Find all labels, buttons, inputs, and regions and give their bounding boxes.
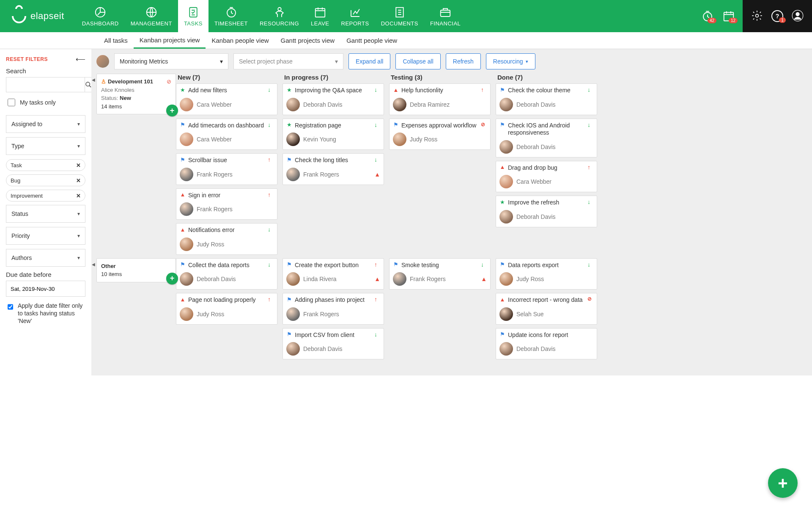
- filter-assigned[interactable]: Assigned to▾: [6, 115, 85, 133]
- collapse-sidebar-icon[interactable]: ⟵: [76, 55, 85, 63]
- filter-type[interactable]: Type▾: [6, 137, 85, 155]
- task-card[interactable]: ⚑Add timecards on dashboard↓Cara Webber: [176, 119, 277, 150]
- due-date-input[interactable]: [6, 281, 85, 297]
- task-card[interactable]: ▲Incorrect report - wrong data⊘Selah Sue: [496, 293, 597, 325]
- nav-leave[interactable]: LEAVE: [305, 0, 335, 32]
- task-card[interactable]: ⚑Create the export button↑Linda Rivera▲: [283, 258, 384, 290]
- chip-remove-icon[interactable]: ✕: [76, 162, 81, 168]
- nav-dashboard[interactable]: DASHBOARD: [76, 0, 125, 32]
- task-icon: ⚑: [499, 122, 505, 128]
- task-icon: ⚑: [393, 122, 399, 128]
- subnav-item[interactable]: Gantt projects view: [275, 32, 341, 49]
- filter-status[interactable]: Status▾: [6, 205, 85, 223]
- chip-remove-icon[interactable]: ✕: [76, 177, 81, 184]
- assignee-avatar: [180, 202, 193, 216]
- task-icon: ⚑: [286, 262, 292, 268]
- assignee-avatar: [180, 98, 193, 111]
- add-task-button[interactable]: +: [166, 273, 178, 284]
- my-tasks-checkbox[interactable]: [8, 99, 15, 106]
- nav-resourcing[interactable]: RESOURCING: [254, 0, 305, 32]
- filter-priority[interactable]: Priority▾: [6, 227, 85, 245]
- card-title: Check IOS and Android responsiveness: [508, 122, 585, 137]
- assignee-name: Frank Rogers: [303, 171, 339, 178]
- task-card[interactable]: ★Add new filters↓Cara Webber: [176, 83, 277, 115]
- task-card[interactable]: ⚑Check the colour theme↓Deborah Davis: [496, 83, 597, 115]
- search-input[interactable]: [6, 77, 85, 92]
- task-card[interactable]: ⚑Scrollbar issue↑Frank Rogers: [176, 153, 277, 185]
- apply-due-filter[interactable]: Apply due date filter only to tasks havi…: [6, 302, 85, 325]
- fold-icon[interactable]: ◀: [92, 261, 95, 268]
- caret-icon: ▾: [77, 255, 80, 261]
- subnav-item[interactable]: All tasks: [98, 32, 134, 49]
- nav-reports[interactable]: REPORTS: [335, 0, 375, 32]
- task-card[interactable]: ⚑Expenses approval workflow⊘Judy Ross: [389, 119, 491, 150]
- resourcing-button[interactable]: Resourcing: [486, 53, 535, 69]
- column-header: Done (7): [496, 74, 597, 83]
- caret-icon: ▾: [77, 233, 80, 239]
- caret-icon: ▾: [77, 121, 80, 127]
- card-title: Help functionlity: [401, 87, 478, 94]
- task-card[interactable]: ⚑Collect the data reports↓Deborah Davis: [176, 258, 277, 290]
- task-card[interactable]: ⚑Check the long titles↓Frank Rogers▲: [283, 153, 384, 185]
- subnav-item[interactable]: Kanban projects view: [134, 32, 206, 49]
- chip-remove-icon[interactable]: ✕: [76, 193, 81, 199]
- nav-timesheet[interactable]: TIMESHEET: [208, 0, 254, 32]
- profile-button[interactable]: [792, 10, 804, 23]
- task-card[interactable]: ▲Drag and drop bug↑Cara Webber: [496, 161, 597, 193]
- add-task-button[interactable]: +: [166, 105, 178, 116]
- group-card[interactable]: ◀♙Development 101⊘Alice KnnolesStatus: N…: [96, 74, 176, 114]
- nav-tasks[interactable]: TASKS: [178, 0, 208, 32]
- filter-authors[interactable]: Authors▾: [6, 249, 85, 267]
- filter-chip[interactable]: Improvement✕: [6, 190, 85, 202]
- kanban-column: Testing (3)▲Help functionlity↑Debra Rami…: [389, 74, 491, 258]
- caret-icon: ▾: [77, 143, 80, 149]
- fold-icon[interactable]: ◀: [92, 77, 95, 83]
- reset-filters[interactable]: RESET FILTERS: [6, 56, 48, 62]
- task-card[interactable]: ⚑Import CSV from client↓Deborah Davis: [283, 328, 384, 360]
- group-card[interactable]: ◀Other10 items+: [96, 258, 176, 282]
- collapse-all-button[interactable]: Collapse all: [395, 53, 440, 69]
- filter-chip[interactable]: Bug✕: [6, 174, 85, 186]
- my-tasks-only[interactable]: My tasks only: [6, 97, 85, 108]
- settings-button[interactable]: [751, 10, 763, 23]
- nav-alert-calendar[interactable]: 12: [722, 10, 735, 22]
- assignee-name: Frank Rogers: [303, 311, 339, 318]
- apply-due-checkbox[interactable]: [8, 303, 13, 311]
- task-card[interactable]: ⚑Update icons for reportDeborah Davis: [496, 328, 597, 360]
- subnav-item[interactable]: Kanban people view: [206, 32, 274, 49]
- subnav-item[interactable]: Gantt people view: [340, 32, 403, 49]
- task-card[interactable]: ⚑Adding phases into project↑Frank Rogers: [283, 293, 384, 325]
- assignee-avatar: [286, 307, 300, 321]
- task-card[interactable]: ▲Help functionlity↑Debra Ramirez: [389, 83, 491, 115]
- nav-alert-clock[interactable]: 42: [701, 10, 714, 22]
- project-avatar[interactable]: [96, 55, 109, 68]
- task-card[interactable]: ▲Sign in error↑Frank Rogers: [176, 188, 277, 220]
- task-card[interactable]: ▲Notifications error↓Judy Ross: [176, 223, 277, 255]
- refresh-button[interactable]: Refresh: [446, 53, 481, 69]
- assignee-name: Frank Rogers: [197, 171, 233, 178]
- svg-rect-7: [441, 10, 450, 17]
- improvement-icon: ★: [180, 87, 186, 93]
- task-card[interactable]: ⚑Smoke testing↓Frank Rogers▲: [389, 258, 491, 290]
- clock-badge: 42: [708, 18, 716, 23]
- task-card[interactable]: ⚑Data reports export↓Judy Ross: [496, 258, 597, 290]
- nav-documents[interactable]: DOCUMENTS: [375, 0, 424, 32]
- svg-rect-5: [315, 8, 325, 17]
- caret-icon: ▾: [77, 211, 80, 217]
- nav-financial[interactable]: FINANCIAL: [424, 0, 466, 32]
- expand-all-button[interactable]: Expand all: [348, 53, 390, 69]
- task-card[interactable]: ⚑Check IOS and Android responsiveness↓De…: [496, 119, 597, 157]
- help-button[interactable]: ? 1: [771, 10, 783, 22]
- phase-select[interactable]: Select project phase▾: [233, 53, 343, 69]
- task-card[interactable]: ★Improving the Q&A space↓Deborah Davis: [283, 83, 384, 115]
- project-select[interactable]: Monitoring Metrics▾: [114, 53, 228, 69]
- task-card[interactable]: ▲Page not loading properly↑Judy Ross: [176, 293, 277, 325]
- nav-management[interactable]: MANAGEMENT: [125, 0, 178, 32]
- task-card[interactable]: ★Registration page↓Kevin Young: [283, 119, 384, 150]
- priority-low-icon: ↓: [268, 87, 274, 93]
- filter-chip[interactable]: Task✕: [6, 159, 85, 171]
- logo[interactable]: elapseit: [0, 0, 76, 32]
- priority-low-icon: ↓: [587, 122, 593, 128]
- assignee-avatar: [499, 175, 513, 188]
- task-card[interactable]: ★Improve the refresh↓Deborah Davis: [496, 196, 597, 227]
